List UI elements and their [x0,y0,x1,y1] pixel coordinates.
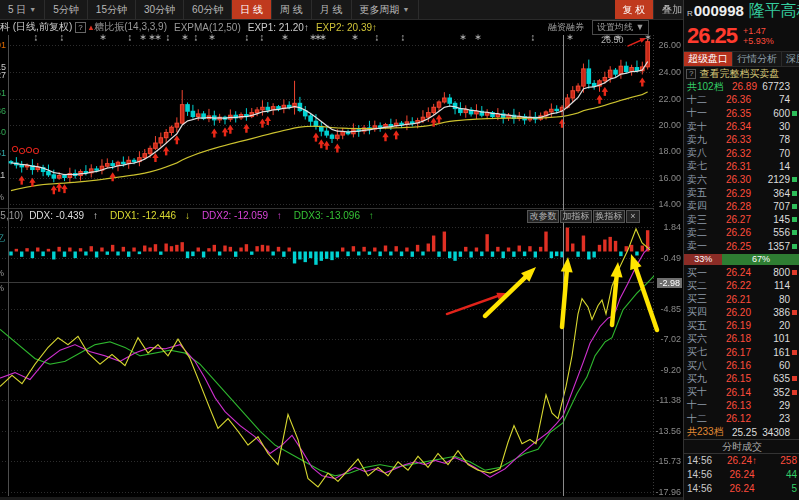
volume-mark-icon [792,151,797,156]
bid-row[interactable]: 买二26.22114 [684,279,799,292]
indicator-button[interactable]: × [626,210,640,223]
trade-row: 14:5626.245 [684,482,799,496]
period-tab[interactable]: 60分钟 [184,0,232,19]
bid-row[interactable]: 十一26.1329 [684,399,799,412]
chevron-down-icon: ▼ [403,6,410,13]
ask-row[interactable]: 卖六26.302129 [684,173,799,186]
volume-mark-icon [792,350,797,355]
ask-row[interactable]: 卖十26.3430 [684,120,799,133]
clipped-text-fragment: 51 [0,148,6,158]
volume-mark-icon [792,297,797,302]
ask-row[interactable]: 卖八26.3270 [684,146,799,159]
help-icon[interactable]: ? [75,22,85,33]
full-depth-label[interactable]: 查看完整档买卖盘 [699,67,779,81]
volume-mark-icon [792,390,797,395]
ask-ratio: 67% [722,254,799,265]
clipped-text-fragment: 11 [0,170,5,180]
clipped-text-fragment: % [0,192,4,202]
stock-name: 隆平高科 [749,1,799,22]
volume-mark-icon [792,416,797,421]
bid-row[interactable]: 买十26.14352 [684,386,799,399]
volume-mark-icon [792,363,797,368]
order-book-panel: R 000998 隆平高科 26.25 +1.47 +5.93% 超级盘口行情分… [683,0,799,500]
ask-row[interactable]: 卖二26.26556 [684,226,799,239]
stock-code: 000998 [694,2,744,19]
period-tab[interactable]: 月 线 [312,0,352,19]
period-tab[interactable]: 周 线 [272,0,312,19]
signal-arrow-icon: ▴ [89,22,94,32]
margin-trading-link[interactable]: 融资融券 [548,21,584,34]
period-tab[interactable]: 日 线 [232,0,272,19]
axis-tick: 20.00 [658,120,681,130]
clipped-text-fragment: 40 [0,127,6,137]
ask-extra-rows: 十二26.3674十一26.35600 [684,93,799,120]
help-icon[interactable]: ? [686,69,696,79]
axis-tick: 1.84 [663,222,681,232]
period-tab[interactable]: 更多周期▼ [352,0,419,19]
clipped-text-fragment: 亿 [0,232,5,245]
bid-row[interactable]: 买四26.20386 [684,306,799,319]
ddx1-arrow-icon: ↓ [185,210,190,221]
axis-tick: -9.20 [660,365,681,375]
bid-row[interactable]: 买五26.1920 [684,319,799,332]
ddx2-value: DDX2: -12.059 ↑ [202,210,288,221]
bid-ask-ratio-bar: 33% 67% [684,254,799,265]
bid-row[interactable]: 买七26.17161 [684,346,799,359]
ddx1-value: DDX1: -12.446 ↓ [110,210,196,221]
ask-row[interactable]: 卖一26.251357 [684,240,799,253]
volume-mark-icon [792,403,797,408]
trades-header: 分时成交 [684,439,799,454]
period-tab[interactable]: 5 日▼ [0,0,45,19]
ask-row[interactable]: 卖七26.3114 [684,160,799,173]
bid-row[interactable]: 买六26.18101 [684,332,799,345]
ask-row[interactable]: 卖九26.3378 [684,133,799,146]
bid-row[interactable]: 买九26.15635 [684,372,799,385]
period-tab[interactable]: 15分钟 [88,0,136,19]
bid-row[interactable]: 买三26.2180 [684,292,799,305]
full-depth-link[interactable]: ? 查看完整档买卖盘 [684,67,799,80]
ask-row[interactable]: 十二26.3674 [684,93,799,106]
volume-mark-icon [792,191,797,196]
indicator-button[interactable]: 换指标 [593,210,625,223]
axis-tick: 26.00 [658,40,681,50]
ma-settings-dropdown[interactable]: 设置均线 ▼ [592,20,649,35]
chevron-down-icon: ▼ [29,6,36,13]
indicator-button[interactable]: 加指标 [560,210,592,223]
volume-mark-icon [792,204,797,209]
ask-row[interactable]: 卖四26.28707 [684,200,799,213]
axis-tick: 18.00 [658,146,681,156]
exp2-arrow-icon: ↑ [372,22,377,33]
bid-row[interactable]: 买一26.24800 [684,266,799,279]
toolbar-row2: 融资融券 设置均线 ▼ [548,20,682,34]
exp1-arrow-icon: ↑ [304,22,309,33]
bid-summary-row: 共233档 25.25 34308 [684,425,799,438]
left-clipped-strip: 0115275186405111%亿%% [0,30,8,500]
clipped-text-fragment: 51 [0,88,6,98]
exp2-value: EXP2: 20.39 [316,22,372,33]
ddx2-arrow-icon: ↑ [277,210,282,221]
axis-tick: -0.49 [660,253,681,263]
volume-mark-icon [792,376,797,381]
bid-row[interactable]: 买八26.1660 [684,359,799,372]
rights-flag: R [687,9,693,18]
kline-chart-canvas[interactable] [0,0,683,500]
ddx3-value: DDX3: -13.096 ↑ [294,210,380,221]
panel-tab[interactable]: 超级盘口 [684,52,733,66]
indicator-button[interactable]: 改参数 [527,210,559,223]
bid-row[interactable]: 十二26.1223 [684,412,799,425]
ask-row[interactable]: 卖五26.29364 [684,186,799,199]
trade-list[interactable]: 14:5626.24↑25814:5626.244414:5626.245 [684,454,799,496]
bid-rows: 买一26.24800买二26.22114买三26.2180买四26.20386买… [684,266,799,426]
exp1-value: EXP1: 21.20 [248,22,304,33]
price-axis-column: 26.0024.0022.0020.0018.0016.0014.001.84-… [654,0,683,500]
trade-row: 14:5626.2444 [684,468,799,482]
period-tab[interactable]: 30分钟 [136,0,184,19]
volume-mark-icon [792,336,797,341]
ask-row[interactable]: 卖三26.27145 [684,213,799,226]
volume-mark-icon [792,270,797,275]
chart-tool-button[interactable]: 复 权 [615,0,655,19]
panel-tab[interactable]: 深度分析 [782,52,799,66]
panel-tab[interactable]: 行情分析 [733,52,782,66]
period-tab[interactable]: 5分钟 [45,0,88,19]
ask-row[interactable]: 十一26.35600 [684,107,799,120]
